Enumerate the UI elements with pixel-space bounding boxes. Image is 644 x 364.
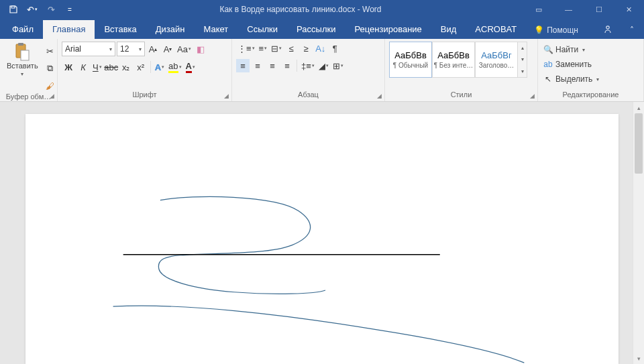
vertical-scrollbar[interactable]: ▴ ▾ xyxy=(633,102,644,364)
tab-file[interactable]: Файл xyxy=(3,20,43,39)
tab-insert[interactable]: Вставка xyxy=(95,20,146,39)
group-editing: 🔍Найти▾ abЗаменить ↖Выделить▾ Редактиров… xyxy=(538,39,644,101)
share-button[interactable] xyxy=(596,24,620,39)
strikethrough-button[interactable]: abc xyxy=(105,60,118,74)
brush-icon: 🖌 xyxy=(46,81,54,91)
multilevel-icon: ⊟ xyxy=(271,44,278,54)
italic-button[interactable]: К xyxy=(76,60,90,74)
copy-button[interactable]: ⧉ xyxy=(44,62,57,75)
lightbulb-icon: 💡 xyxy=(534,25,544,35)
styles-more[interactable]: ▴▾▾ xyxy=(518,42,527,78)
show-marks-button[interactable]: ¶ xyxy=(328,42,341,55)
font-dialog-launcher[interactable]: ◢ xyxy=(224,93,229,99)
clipboard-icon xyxy=(13,43,31,60)
style-normal[interactable]: АаБбВв ¶ Обычный xyxy=(389,42,432,78)
decrease-indent-button[interactable]: ≤ xyxy=(284,42,298,55)
tab-view[interactable]: Вид xyxy=(431,20,466,39)
undo-button[interactable]: ↶▾ xyxy=(24,1,40,17)
clipboard-dialog-launcher[interactable]: ◢ xyxy=(50,93,54,99)
tell-me[interactable]: 💡Помощн xyxy=(526,25,586,39)
bold-button[interactable]: Ж xyxy=(62,60,75,74)
scroll-down[interactable]: ▾ xyxy=(633,353,644,364)
close-button[interactable]: ✕ xyxy=(614,0,644,19)
tab-design[interactable]: Дизайн xyxy=(146,20,195,39)
style-gallery: АаБбВв ¶ Обычный АаБбВв ¶ Без инте… АаБб… xyxy=(389,42,527,78)
align-right-button[interactable]: ≡ xyxy=(266,59,279,72)
multilevel-button[interactable]: ⊟▾ xyxy=(270,42,283,55)
find-button[interactable]: 🔍Найти▾ xyxy=(542,43,600,56)
superscript-button[interactable]: x² xyxy=(134,60,148,74)
subscript-button[interactable]: x₂ xyxy=(119,60,133,74)
save-button[interactable] xyxy=(5,1,21,17)
clear-formatting-button[interactable]: ◧ xyxy=(194,42,207,56)
redo-button[interactable]: ↷ xyxy=(43,1,59,17)
svg-point-1 xyxy=(606,26,609,29)
search-icon: 🔍 xyxy=(543,45,553,54)
style-heading1[interactable]: АаБбВг Заголово… xyxy=(475,42,518,78)
sort-button[interactable]: A↓ xyxy=(314,42,327,55)
group-styles: АаБбВв ¶ Обычный АаБбВв ¶ Без инте… АаБб… xyxy=(385,39,538,101)
text-effects-button[interactable]: A▾ xyxy=(154,60,166,74)
numbering-icon: ≡ xyxy=(259,44,264,54)
svg-rect-4 xyxy=(21,50,29,60)
document-area xyxy=(0,102,644,364)
eraser-icon: ◧ xyxy=(197,44,205,54)
numbering-button[interactable]: ≡▾ xyxy=(258,42,269,55)
cursor-icon: ↖ xyxy=(543,74,553,84)
tab-home[interactable]: Главная xyxy=(43,20,95,39)
paste-button[interactable]: Вставить ▾ xyxy=(4,42,41,78)
border-icon: ⊞ xyxy=(333,61,340,71)
shading-button[interactable]: ◢▾ xyxy=(317,59,330,72)
group-clipboard: Вставить ▾ ✂ ⧉ 🖌 Буфер обм…◢ xyxy=(0,39,58,101)
replace-button[interactable]: abЗаменить xyxy=(542,58,600,71)
select-button[interactable]: ↖Выделить▾ xyxy=(542,72,600,86)
svg-rect-3 xyxy=(18,43,23,46)
tab-mailings[interactable]: Рассылки xyxy=(287,20,345,39)
borders-button[interactable]: ⊞▾ xyxy=(331,59,345,72)
font-name-combo[interactable]: Arial▾ xyxy=(62,42,115,56)
scroll-thumb[interactable] xyxy=(635,113,643,174)
format-painter-button[interactable]: 🖌 xyxy=(44,79,57,93)
bullets-button[interactable]: ⋮≡▾ xyxy=(236,42,256,55)
cut-button[interactable]: ✂ xyxy=(44,44,57,58)
tab-layout[interactable]: Макет xyxy=(194,20,237,39)
increase-indent-button[interactable]: ≥ xyxy=(299,42,313,55)
font-color-button[interactable]: A▾ xyxy=(184,60,197,74)
ribbon-tabs: Файл Главная Вставка Дизайн Макет Ссылки… xyxy=(0,19,644,39)
ribbon: Вставить ▾ ✂ ⧉ 🖌 Буфер обм…◢ Arial▾ 12▾ … xyxy=(0,39,644,102)
collapse-ribbon[interactable]: ˄ xyxy=(620,25,644,39)
align-left-button[interactable]: ≡ xyxy=(236,59,250,72)
underline-button[interactable]: Ч▾ xyxy=(91,60,103,74)
grow-font-button[interactable]: A▴ xyxy=(146,42,160,56)
tab-references[interactable]: Ссылки xyxy=(237,20,287,39)
group-font: Arial▾ 12▾ A▴ A▾ Aa▾ ◧ Ж К Ч▾ abc x₂ x² … xyxy=(58,39,232,101)
window-controls: ▭ — ☐ ✕ xyxy=(523,0,644,19)
scissors-icon: ✂ xyxy=(46,46,54,56)
copy-icon: ⧉ xyxy=(47,63,53,74)
document-page[interactable] xyxy=(25,114,619,364)
align-center-button[interactable]: ≡ xyxy=(251,59,264,72)
line-spacing-button[interactable]: ‡≡▾ xyxy=(300,59,316,72)
shrink-font-button[interactable]: A▾ xyxy=(161,42,174,56)
style-no-spacing[interactable]: АаБбВв ¶ Без инте… xyxy=(432,42,475,78)
bullets-icon: ⋮≡ xyxy=(237,44,252,54)
group-paragraph: ⋮≡▾ ≡▾ ⊟▾ ≤ ≥ A↓ ¶ ≡ ≡ ≡ ≡ ‡≡▾ ◢▾ ⊞▾ xyxy=(232,39,385,101)
highlight-button[interactable]: ab▾ xyxy=(167,60,182,74)
justify-button[interactable]: ≡ xyxy=(280,59,294,72)
minimize-button[interactable]: — xyxy=(553,0,584,19)
paint-bucket-icon: ◢ xyxy=(319,61,325,71)
ribbon-display-options[interactable]: ▭ xyxy=(523,0,553,19)
font-size-combo[interactable]: 12▾ xyxy=(117,42,145,56)
svg-rect-0 xyxy=(11,6,15,8)
title-bar: ↶▾ ↷ = Как в Ворде нарисовать линию.docx… xyxy=(0,0,644,19)
scroll-up[interactable]: ▴ xyxy=(633,102,644,113)
tab-review[interactable]: Рецензирование xyxy=(345,20,431,39)
styles-dialog-launcher[interactable]: ◢ xyxy=(530,93,535,99)
change-case-button[interactable]: Aa▾ xyxy=(176,42,193,56)
replace-icon: ab xyxy=(543,60,553,69)
paragraph-dialog-launcher[interactable]: ◢ xyxy=(377,93,382,99)
maximize-button[interactable]: ☐ xyxy=(584,0,614,19)
qat-customize[interactable]: = xyxy=(62,1,78,17)
tab-acrobat[interactable]: ACROBAT xyxy=(466,20,526,39)
window-title: Как в Ворде нарисовать линию.docx - Word xyxy=(78,5,523,14)
